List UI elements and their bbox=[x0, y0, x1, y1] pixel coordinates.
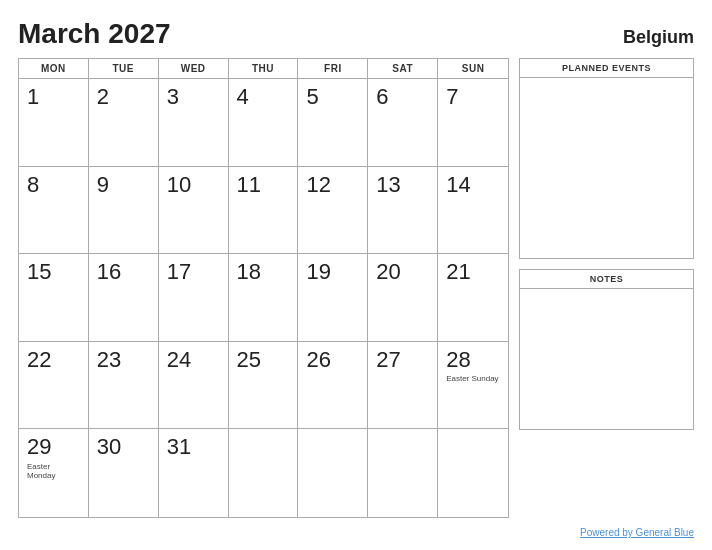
day-cell: 4 bbox=[229, 79, 299, 167]
day-cell: 2 bbox=[89, 79, 159, 167]
day-cell: 8 bbox=[19, 167, 89, 255]
day-cell: 17 bbox=[159, 254, 229, 342]
day-cell: 20 bbox=[368, 254, 438, 342]
day-number: 10 bbox=[167, 173, 220, 197]
notes-box: NOTES bbox=[519, 269, 694, 430]
day-cell: 10 bbox=[159, 167, 229, 255]
day-number: 22 bbox=[27, 348, 80, 372]
day-event-label: Easter Monday bbox=[27, 462, 80, 481]
day-cell: 6 bbox=[368, 79, 438, 167]
day-cell bbox=[229, 429, 299, 517]
day-cell bbox=[368, 429, 438, 517]
day-number: 8 bbox=[27, 173, 80, 197]
day-number: 23 bbox=[97, 348, 150, 372]
day-cell: 3 bbox=[159, 79, 229, 167]
day-number: 4 bbox=[237, 85, 290, 109]
day-number: 1 bbox=[27, 85, 80, 109]
dow-cell: WED bbox=[159, 59, 229, 78]
day-number: 9 bbox=[97, 173, 150, 197]
planned-events-box: PLANNED EVENTS bbox=[519, 58, 694, 259]
day-cell: 26 bbox=[298, 342, 368, 430]
page: March 2027 Belgium MONTUEWEDTHUFRISATSUN… bbox=[0, 0, 712, 550]
day-number: 27 bbox=[376, 348, 429, 372]
day-cell: 16 bbox=[89, 254, 159, 342]
day-number: 19 bbox=[306, 260, 359, 284]
day-cell: 31 bbox=[159, 429, 229, 517]
day-cell: 5 bbox=[298, 79, 368, 167]
day-number: 13 bbox=[376, 173, 429, 197]
day-number: 6 bbox=[376, 85, 429, 109]
day-cell: 19 bbox=[298, 254, 368, 342]
dow-cell: TUE bbox=[89, 59, 159, 78]
day-cell: 25 bbox=[229, 342, 299, 430]
calendar-grid: MONTUEWEDTHUFRISATSUN 123456789101112131… bbox=[18, 58, 509, 518]
day-number: 14 bbox=[446, 173, 500, 197]
day-cell: 13 bbox=[368, 167, 438, 255]
powered-by-link[interactable]: Powered by General Blue bbox=[580, 527, 694, 538]
day-cell bbox=[438, 429, 508, 517]
day-cell: 28Easter Sunday bbox=[438, 342, 508, 430]
day-cell: 7 bbox=[438, 79, 508, 167]
day-number: 15 bbox=[27, 260, 80, 284]
day-cell: 11 bbox=[229, 167, 299, 255]
day-cell: 9 bbox=[89, 167, 159, 255]
day-number: 29 bbox=[27, 435, 80, 459]
month-year-title: March 2027 bbox=[18, 18, 171, 50]
dow-cell: SAT bbox=[368, 59, 438, 78]
day-cell: 21 bbox=[438, 254, 508, 342]
day-cell: 18 bbox=[229, 254, 299, 342]
footer: Powered by General Blue bbox=[18, 518, 694, 540]
day-number: 2 bbox=[97, 85, 150, 109]
planned-events-title: PLANNED EVENTS bbox=[520, 59, 693, 78]
country-label: Belgium bbox=[623, 27, 694, 48]
planned-events-body bbox=[520, 78, 693, 258]
dow-cell: SUN bbox=[438, 59, 508, 78]
day-cell: 1 bbox=[19, 79, 89, 167]
day-cell: 29Easter Monday bbox=[19, 429, 89, 517]
main-content: MONTUEWEDTHUFRISATSUN 123456789101112131… bbox=[18, 58, 694, 518]
day-number: 24 bbox=[167, 348, 220, 372]
day-number: 11 bbox=[237, 173, 290, 197]
notes-body bbox=[520, 289, 693, 429]
day-number: 30 bbox=[97, 435, 150, 459]
day-number: 16 bbox=[97, 260, 150, 284]
day-number: 12 bbox=[306, 173, 359, 197]
day-number: 20 bbox=[376, 260, 429, 284]
day-cell: 22 bbox=[19, 342, 89, 430]
day-cell bbox=[298, 429, 368, 517]
days-grid: 1234567891011121314151617181920212223242… bbox=[19, 79, 508, 517]
sidebar: PLANNED EVENTS NOTES bbox=[519, 58, 694, 518]
day-cell: 14 bbox=[438, 167, 508, 255]
day-number: 3 bbox=[167, 85, 220, 109]
dow-cell: FRI bbox=[298, 59, 368, 78]
day-event-label: Easter Sunday bbox=[446, 374, 500, 384]
notes-title: NOTES bbox=[520, 270, 693, 289]
dow-cell: MON bbox=[19, 59, 89, 78]
day-cell: 12 bbox=[298, 167, 368, 255]
day-number: 21 bbox=[446, 260, 500, 284]
days-of-week-row: MONTUEWEDTHUFRISATSUN bbox=[19, 59, 508, 79]
day-cell: 24 bbox=[159, 342, 229, 430]
day-number: 31 bbox=[167, 435, 220, 459]
day-number: 7 bbox=[446, 85, 500, 109]
day-cell: 15 bbox=[19, 254, 89, 342]
day-number: 26 bbox=[306, 348, 359, 372]
day-number: 18 bbox=[237, 260, 290, 284]
day-number: 5 bbox=[306, 85, 359, 109]
day-number: 17 bbox=[167, 260, 220, 284]
calendar-header: March 2027 Belgium bbox=[18, 18, 694, 50]
day-cell: 27 bbox=[368, 342, 438, 430]
day-number: 25 bbox=[237, 348, 290, 372]
day-cell: 23 bbox=[89, 342, 159, 430]
day-number: 28 bbox=[446, 348, 500, 372]
dow-cell: THU bbox=[229, 59, 299, 78]
day-cell: 30 bbox=[89, 429, 159, 517]
